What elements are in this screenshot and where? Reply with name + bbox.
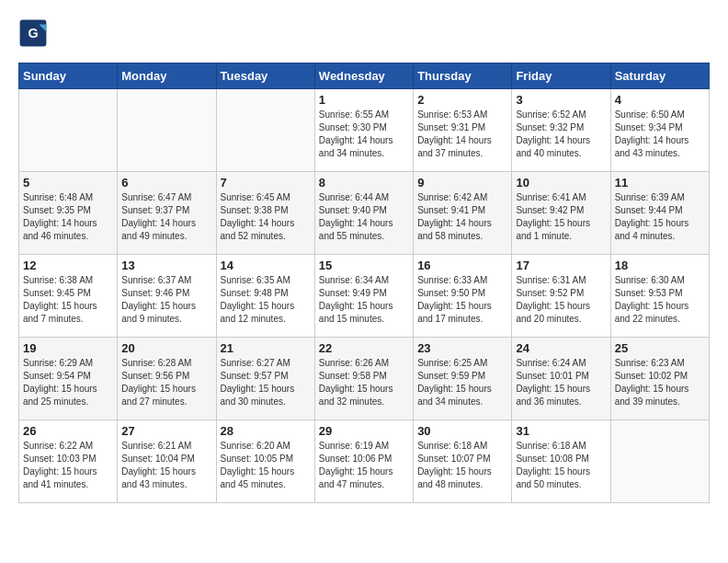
- calendar-cell: 18Sunrise: 6:30 AM Sunset: 9:53 PM Dayli…: [610, 255, 709, 338]
- cell-sun-info: Sunrise: 6:52 AM Sunset: 9:32 PM Dayligh…: [516, 109, 606, 160]
- cell-sun-info: Sunrise: 6:53 AM Sunset: 9:31 PM Dayligh…: [417, 109, 507, 160]
- calendar-cell: 17Sunrise: 6:31 AM Sunset: 9:52 PM Dayli…: [512, 255, 610, 338]
- day-number: 22: [319, 341, 409, 355]
- day-number: 29: [319, 424, 409, 438]
- cell-sun-info: Sunrise: 6:24 AM Sunset: 10:01 PM Daylig…: [516, 357, 606, 408]
- calendar-cell: 10Sunrise: 6:41 AM Sunset: 9:42 PM Dayli…: [512, 172, 610, 255]
- logo-icon: G: [18, 18, 48, 48]
- day-number: 3: [516, 93, 606, 107]
- day-number: 10: [516, 176, 606, 190]
- calendar-cell: 29Sunrise: 6:19 AM Sunset: 10:06 PM Dayl…: [314, 420, 413, 503]
- calendar-cell: 3Sunrise: 6:52 AM Sunset: 9:32 PM Daylig…: [512, 89, 610, 172]
- calendar-cell: 11Sunrise: 6:39 AM Sunset: 9:44 PM Dayli…: [610, 172, 709, 255]
- svg-text:G: G: [28, 26, 38, 40]
- weekday-header-row: SundayMondayTuesdayWednesdayThursdayFrid…: [19, 63, 710, 89]
- cell-sun-info: Sunrise: 6:19 AM Sunset: 10:06 PM Daylig…: [319, 440, 409, 491]
- calendar-cell: 28Sunrise: 6:20 AM Sunset: 10:05 PM Dayl…: [216, 420, 314, 503]
- day-number: 31: [516, 424, 606, 438]
- cell-sun-info: Sunrise: 6:37 AM Sunset: 9:46 PM Dayligh…: [121, 274, 211, 326]
- cell-sun-info: Sunrise: 6:38 AM Sunset: 9:45 PM Dayligh…: [23, 274, 113, 326]
- calendar-cell: 13Sunrise: 6:37 AM Sunset: 9:46 PM Dayli…: [118, 255, 216, 338]
- weekday-header-saturday: Saturday: [610, 63, 709, 89]
- calendar-cell: 12Sunrise: 6:38 AM Sunset: 9:45 PM Dayli…: [19, 255, 118, 338]
- page-header: G: [18, 18, 710, 48]
- calendar-cell: [19, 89, 118, 172]
- cell-sun-info: Sunrise: 6:35 AM Sunset: 9:48 PM Dayligh…: [221, 274, 311, 326]
- cell-sun-info: Sunrise: 6:18 AM Sunset: 10:08 PM Daylig…: [516, 440, 606, 491]
- calendar-week-row: 5Sunrise: 6:48 AM Sunset: 9:35 PM Daylig…: [19, 172, 710, 255]
- day-number: 24: [516, 341, 606, 355]
- weekday-header-friday: Friday: [512, 63, 610, 89]
- calendar-cell: 24Sunrise: 6:24 AM Sunset: 10:01 PM Dayl…: [512, 338, 610, 420]
- calendar-cell: 20Sunrise: 6:28 AM Sunset: 9:56 PM Dayli…: [118, 338, 216, 420]
- calendar-week-row: 19Sunrise: 6:29 AM Sunset: 9:54 PM Dayli…: [19, 338, 710, 420]
- day-number: 4: [615, 93, 705, 107]
- cell-sun-info: Sunrise: 6:55 AM Sunset: 9:30 PM Dayligh…: [319, 109, 409, 160]
- day-number: 17: [516, 259, 606, 272]
- cell-sun-info: Sunrise: 6:20 AM Sunset: 10:05 PM Daylig…: [221, 440, 311, 491]
- calendar-cell: 1Sunrise: 6:55 AM Sunset: 9:30 PM Daylig…: [314, 89, 413, 172]
- day-number: 20: [121, 341, 211, 355]
- cell-sun-info: Sunrise: 6:27 AM Sunset: 9:57 PM Dayligh…: [221, 357, 311, 408]
- calendar-cell: 7Sunrise: 6:45 AM Sunset: 9:38 PM Daylig…: [216, 172, 314, 255]
- calendar-week-row: 12Sunrise: 6:38 AM Sunset: 9:45 PM Dayli…: [19, 255, 710, 338]
- calendar-cell: 14Sunrise: 6:35 AM Sunset: 9:48 PM Dayli…: [216, 255, 314, 338]
- calendar-cell: 8Sunrise: 6:44 AM Sunset: 9:40 PM Daylig…: [314, 172, 413, 255]
- cell-sun-info: Sunrise: 6:47 AM Sunset: 9:37 PM Dayligh…: [121, 191, 211, 243]
- day-number: 7: [221, 176, 311, 190]
- cell-sun-info: Sunrise: 6:28 AM Sunset: 9:56 PM Dayligh…: [121, 357, 211, 408]
- day-number: 14: [221, 259, 311, 272]
- cell-sun-info: Sunrise: 6:30 AM Sunset: 9:53 PM Dayligh…: [615, 274, 705, 326]
- calendar-week-row: 26Sunrise: 6:22 AM Sunset: 10:03 PM Dayl…: [19, 420, 710, 503]
- cell-sun-info: Sunrise: 6:25 AM Sunset: 9:59 PM Dayligh…: [417, 357, 507, 408]
- cell-sun-info: Sunrise: 6:45 AM Sunset: 9:38 PM Dayligh…: [221, 191, 311, 243]
- calendar-cell: 21Sunrise: 6:27 AM Sunset: 9:57 PM Dayli…: [216, 338, 314, 420]
- cell-sun-info: Sunrise: 6:21 AM Sunset: 10:04 PM Daylig…: [121, 440, 211, 491]
- day-number: 25: [615, 341, 705, 355]
- calendar-cell: 27Sunrise: 6:21 AM Sunset: 10:04 PM Dayl…: [118, 420, 216, 503]
- cell-sun-info: Sunrise: 6:18 AM Sunset: 10:07 PM Daylig…: [417, 440, 507, 491]
- weekday-header-monday: Monday: [118, 63, 216, 89]
- weekday-header-thursday: Thursday: [414, 63, 512, 89]
- day-number: 30: [417, 424, 507, 438]
- logo: G: [18, 18, 51, 48]
- cell-sun-info: Sunrise: 6:33 AM Sunset: 9:50 PM Dayligh…: [417, 274, 507, 326]
- cell-sun-info: Sunrise: 6:50 AM Sunset: 9:34 PM Dayligh…: [615, 109, 705, 160]
- calendar-cell: 2Sunrise: 6:53 AM Sunset: 9:31 PM Daylig…: [414, 89, 512, 172]
- day-number: 6: [121, 176, 211, 190]
- calendar-cell: 4Sunrise: 6:50 AM Sunset: 9:34 PM Daylig…: [610, 89, 709, 172]
- cell-sun-info: Sunrise: 6:44 AM Sunset: 9:40 PM Dayligh…: [319, 191, 409, 243]
- calendar-cell: 25Sunrise: 6:23 AM Sunset: 10:02 PM Dayl…: [610, 338, 709, 420]
- day-number: 16: [417, 259, 507, 272]
- day-number: 18: [615, 259, 705, 272]
- day-number: 23: [417, 341, 507, 355]
- day-number: 12: [23, 259, 113, 272]
- calendar-cell: 5Sunrise: 6:48 AM Sunset: 9:35 PM Daylig…: [19, 172, 118, 255]
- calendar-cell: 9Sunrise: 6:42 AM Sunset: 9:41 PM Daylig…: [414, 172, 512, 255]
- cell-sun-info: Sunrise: 6:34 AM Sunset: 9:49 PM Dayligh…: [319, 274, 409, 326]
- day-number: 15: [319, 259, 409, 272]
- weekday-header-sunday: Sunday: [19, 63, 118, 89]
- calendar-cell: 26Sunrise: 6:22 AM Sunset: 10:03 PM Dayl…: [19, 420, 118, 503]
- day-number: 28: [221, 424, 311, 438]
- calendar-cell: 22Sunrise: 6:26 AM Sunset: 9:58 PM Dayli…: [314, 338, 413, 420]
- calendar-cell: 16Sunrise: 6:33 AM Sunset: 9:50 PM Dayli…: [414, 255, 512, 338]
- calendar-cell: 15Sunrise: 6:34 AM Sunset: 9:49 PM Dayli…: [314, 255, 413, 338]
- calendar-cell: 30Sunrise: 6:18 AM Sunset: 10:07 PM Dayl…: [414, 420, 512, 503]
- day-number: 9: [417, 176, 507, 190]
- day-number: 13: [121, 259, 211, 272]
- day-number: 21: [221, 341, 311, 355]
- cell-sun-info: Sunrise: 6:41 AM Sunset: 9:42 PM Dayligh…: [516, 191, 606, 243]
- day-number: 2: [417, 93, 507, 107]
- cell-sun-info: Sunrise: 6:22 AM Sunset: 10:03 PM Daylig…: [23, 440, 113, 491]
- cell-sun-info: Sunrise: 6:39 AM Sunset: 9:44 PM Dayligh…: [615, 191, 705, 243]
- calendar-cell: [610, 420, 709, 503]
- day-number: 5: [23, 176, 113, 190]
- day-number: 1: [319, 93, 409, 107]
- day-number: 26: [23, 424, 113, 438]
- cell-sun-info: Sunrise: 6:26 AM Sunset: 9:58 PM Dayligh…: [319, 357, 409, 408]
- calendar-cell: 23Sunrise: 6:25 AM Sunset: 9:59 PM Dayli…: [414, 338, 512, 420]
- day-number: 11: [615, 176, 705, 190]
- cell-sun-info: Sunrise: 6:31 AM Sunset: 9:52 PM Dayligh…: [516, 274, 606, 326]
- cell-sun-info: Sunrise: 6:29 AM Sunset: 9:54 PM Dayligh…: [23, 357, 113, 408]
